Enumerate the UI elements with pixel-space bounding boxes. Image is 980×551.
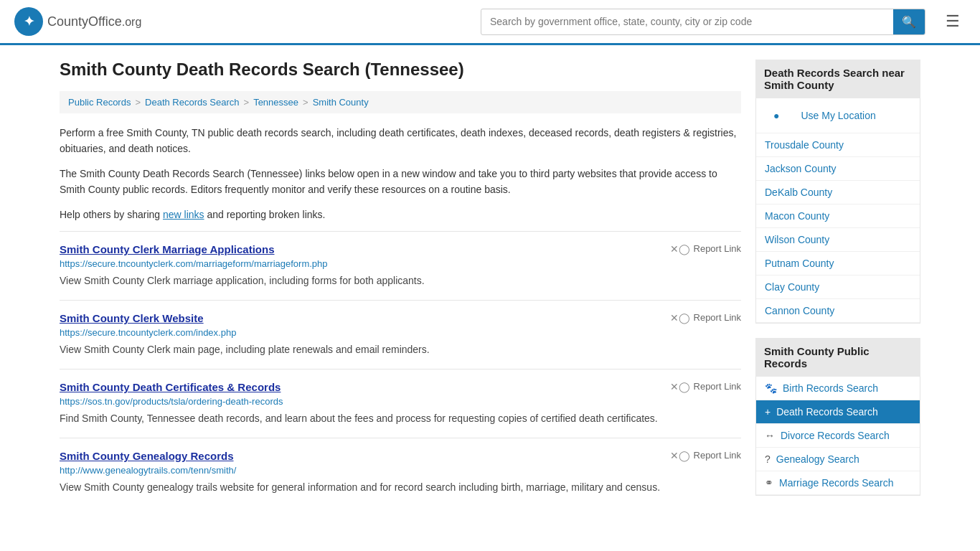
public-record-icon-3: ?: [765, 453, 771, 465]
public-record-item-4[interactable]: ⚭ Marriage Records Search: [756, 471, 920, 495]
record-item-1: Smith County Clerk Website ✕◯ Report Lin…: [60, 300, 741, 369]
breadcrumb-tennessee[interactable]: Tennessee: [253, 97, 298, 108]
nearby-county-wilson[interactable]: Wilson County: [756, 228, 920, 252]
breadcrumb-sep-3: >: [303, 97, 308, 108]
record-desc-1: View Smith County Clerk main page, inclu…: [60, 342, 741, 357]
nearby-county-macon[interactable]: Macon County: [756, 204, 920, 228]
hamburger-menu-button[interactable]: ☰: [940, 9, 966, 34]
nearby-county-putnam[interactable]: Putnam County: [756, 252, 920, 276]
description-2: The Smith County Death Records Search (T…: [60, 166, 741, 198]
record-item-0: Smith County Clerk Marriage Applications…: [60, 231, 741, 300]
report-label-0: Report Link: [694, 243, 741, 254]
use-location-label: Use My Location: [792, 104, 884, 127]
record-url-2: https://sos.tn.gov/products/tsla/orderin…: [60, 396, 741, 407]
breadcrumb-death-records-search[interactable]: Death Records Search: [145, 97, 240, 108]
record-list: Smith County Clerk Marriage Applications…: [60, 231, 741, 507]
public-record-link-1[interactable]: Death Records Search: [776, 406, 878, 418]
record-url-1: https://secure.tncountyclerk.com/index.p…: [60, 327, 741, 338]
public-records-section: Smith County Public Records 🐾 Birth Reco…: [755, 338, 920, 496]
public-record-item-1[interactable]: + Death Records Search: [756, 400, 920, 424]
record-title-0[interactable]: Smith County Clerk Marriage Applications: [60, 243, 275, 255]
record-item-3: Smith County Genealogy Records ✕◯ Report…: [60, 438, 741, 507]
public-records-list: 🐾 Birth Records Search + Death Records S…: [755, 377, 920, 496]
report-link-btn-0[interactable]: ✕◯ Report Link: [670, 243, 741, 255]
breadcrumb-smith-county[interactable]: Smith County: [313, 97, 369, 108]
nearby-section: Death Records Search near Smith County ●…: [755, 60, 920, 324]
nearby-county-list: ● Use My Location Trousdale County Jacks…: [755, 98, 920, 324]
report-link-btn-2[interactable]: ✕◯ Report Link: [670, 381, 741, 392]
breadcrumb-public-records[interactable]: Public Records: [68, 97, 131, 108]
record-desc-2: Find Smith County, Tennessee death recor…: [60, 411, 741, 426]
page-title: Smith County Death Records Search (Tenne…: [60, 60, 741, 80]
nearby-county-clay[interactable]: Clay County: [756, 276, 920, 299]
nearby-heading: Death Records Search near Smith County: [755, 60, 920, 98]
report-icon-0: ✕◯: [670, 243, 690, 255]
content-area: Smith County Death Records Search (Tenne…: [60, 60, 741, 510]
record-url-0: https://secure.tncountyclerk.com/marriag…: [60, 258, 741, 269]
report-label-1: Report Link: [694, 312, 741, 323]
public-records-heading: Smith County Public Records: [755, 338, 920, 377]
public-record-item-3[interactable]: ? Genealogy Search: [756, 448, 920, 471]
sidebar: Death Records Search near Smith County ●…: [755, 60, 920, 510]
search-input[interactable]: [481, 10, 893, 33]
report-link-btn-1[interactable]: ✕◯ Report Link: [670, 312, 741, 324]
nearby-county-jackson[interactable]: Jackson County: [756, 157, 920, 181]
public-record-link-0[interactable]: Birth Records Search: [783, 382, 878, 394]
report-icon-3: ✕◯: [670, 450, 690, 461]
public-record-icon-2: ↔: [765, 430, 775, 441]
breadcrumb: Public Records > Death Records Search > …: [60, 91, 741, 113]
report-icon-2: ✕◯: [670, 381, 690, 392]
use-location-item[interactable]: ● Use My Location: [756, 98, 920, 133]
new-links-link[interactable]: new links: [163, 209, 204, 220]
record-desc-3: View Smith County genealogy trails websi…: [60, 480, 741, 495]
breadcrumb-sep-1: >: [135, 97, 141, 108]
record-title-1[interactable]: Smith County Clerk Website: [60, 312, 204, 324]
public-record-link-2[interactable]: Divorce Records Search: [781, 430, 890, 441]
logo-icon: ✦: [14, 7, 43, 36]
public-record-icon-0: 🐾: [765, 382, 777, 394]
main-container: Smith County Death Records Search (Tenne…: [45, 45, 935, 524]
breadcrumb-sep-2: >: [244, 97, 250, 108]
logo-link[interactable]: ✦ CountyOffice.org: [14, 7, 141, 36]
nearby-county-cannon[interactable]: Cannon County: [756, 299, 920, 323]
search-button[interactable]: 🔍: [893, 9, 925, 34]
record-title-3[interactable]: Smith County Genealogy Records: [60, 450, 234, 462]
description-3: Help others by sharing new links and rep…: [60, 207, 741, 222]
site-header: ✦ CountyOffice.org 🔍 ☰: [0, 0, 980, 45]
public-record-icon-4: ⚭: [765, 477, 773, 489]
report-label-2: Report Link: [694, 381, 741, 392]
public-record-link-4[interactable]: Marriage Records Search: [779, 477, 894, 489]
report-label-3: Report Link: [694, 450, 741, 461]
search-bar: 🔍: [481, 9, 925, 35]
record-desc-0: View Smith County Clerk marriage applica…: [60, 273, 741, 288]
location-icon: ●: [765, 104, 788, 127]
public-record-item-0[interactable]: 🐾 Birth Records Search: [756, 377, 920, 400]
report-link-btn-3[interactable]: ✕◯ Report Link: [670, 450, 741, 461]
logo-text: CountyOffice.org: [47, 14, 141, 29]
public-record-icon-1: +: [765, 406, 771, 418]
description-1: Perform a free Smith County, TN public d…: [60, 125, 741, 157]
public-record-link-3[interactable]: Genealogy Search: [776, 453, 859, 465]
record-item-2: Smith County Death Certificates & Record…: [60, 369, 741, 438]
report-icon-1: ✕◯: [670, 312, 690, 324]
record-title-2[interactable]: Smith County Death Certificates & Record…: [60, 381, 281, 393]
nearby-county-dekalb[interactable]: DeKalb County: [756, 181, 920, 204]
public-record-item-2[interactable]: ↔ Divorce Records Search: [756, 424, 920, 448]
nearby-county-trousdale[interactable]: Trousdale County: [756, 133, 920, 157]
record-url-3: http://www.genealogytrails.com/tenn/smit…: [60, 465, 741, 476]
